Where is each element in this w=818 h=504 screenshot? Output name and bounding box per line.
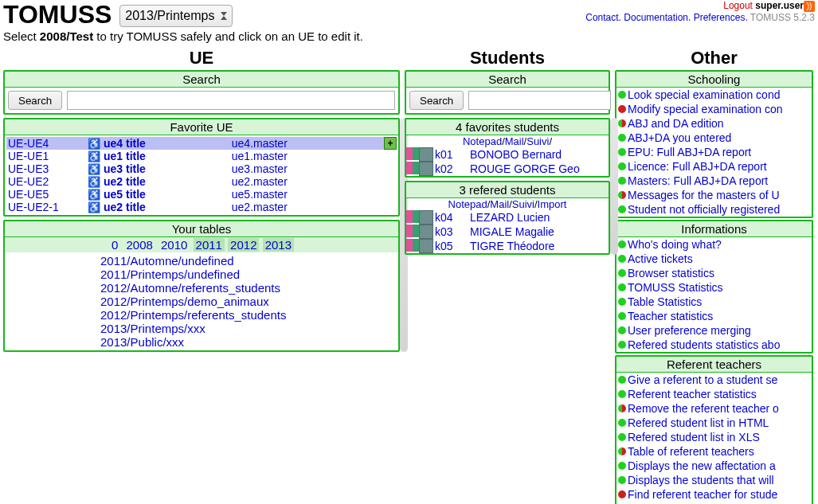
ue-master-link[interactable]: ue2.master [232, 175, 288, 188]
students-search-input[interactable] [468, 91, 611, 110]
student-row[interactable]: k02ROUGE GORGE Geo [406, 162, 609, 176]
rss-icon[interactable]: )) [804, 1, 815, 12]
documentation-link[interactable]: Documentation. [624, 12, 691, 23]
other-row[interactable]: Browser statistics [618, 266, 810, 280]
student-id-link[interactable]: k02 [435, 162, 470, 175]
year-link[interactable]: 2011 [194, 238, 225, 252]
other-row[interactable]: Look special examination cond [618, 88, 810, 102]
your-table-link[interactable]: 2013/Public/xxx [5, 335, 398, 349]
other-link[interactable]: Table of referent teachers [628, 445, 754, 458]
your-table-link[interactable]: 2012/Automne/referents_students [5, 281, 398, 295]
other-link[interactable]: Modify special examination con [628, 103, 783, 115]
ue-title-link[interactable]: ue2 title [104, 175, 146, 188]
favorite-ue-row[interactable]: UE-UE2-1♿ue2 titleue2.master [6, 201, 397, 213]
other-link[interactable]: Look special examination cond [628, 88, 780, 101]
ue-master-link[interactable]: ue2.master [232, 201, 288, 213]
student-id-link[interactable]: k01 [435, 148, 470, 161]
student-name-link[interactable]: TIGRE Théodore [470, 240, 609, 252]
ue-search-button[interactable]: Search [8, 91, 62, 110]
ue-code-link[interactable]: UE-UE2 [8, 175, 49, 188]
other-link[interactable]: Refered students statistics abo [628, 338, 780, 351]
favorite-ue-row[interactable]: UE-UE2♿ue2 titleue2.master [6, 175, 397, 188]
other-link[interactable]: ABJ and DA edition [628, 117, 724, 130]
other-link[interactable]: Who's doing what? [628, 238, 722, 251]
student-sublink[interactable]: Import [538, 198, 567, 210]
other-row[interactable]: Table of referent teachers [618, 444, 810, 459]
student-id-link[interactable]: k04 [435, 211, 470, 224]
student-sublink[interactable]: Mail [490, 198, 509, 210]
other-link[interactable]: Referent teacher statistics [628, 388, 757, 400]
other-link[interactable]: ABJ+DA you entered [628, 131, 731, 144]
other-row[interactable]: Refered students statistics abo [618, 338, 810, 352]
student-id-link[interactable]: k05 [435, 240, 470, 252]
ue-title-link[interactable]: ue3 title [104, 162, 146, 175]
student-id-link[interactable]: k03 [435, 225, 470, 238]
your-table-link[interactable]: 2011/Automne/undefined [5, 254, 398, 268]
semester-select[interactable]: 2013/Printemps [119, 5, 233, 27]
other-row[interactable]: User preference merging [618, 323, 810, 338]
other-row[interactable]: Refered student list in HTML [618, 416, 810, 430]
ue-search-input[interactable] [67, 91, 395, 110]
your-table-link[interactable]: 2012/Printemps/demo_animaux [5, 295, 398, 308]
ue-master-link[interactable]: ue5.master [232, 188, 288, 201]
ue-title-link[interactable]: ue4 title [104, 137, 146, 150]
year-link[interactable]: 2013 [263, 238, 294, 252]
other-link[interactable]: Displays the students that will [628, 474, 774, 486]
other-link[interactable]: Table Statistics [628, 295, 702, 308]
student-row[interactable]: k01BONOBO Bernard [406, 147, 609, 162]
other-link[interactable]: User preference merging [628, 324, 751, 337]
favorite-ue-row[interactable]: UE-UE4♿ue4 titleue4.master [6, 137, 397, 150]
student-row[interactable]: k05TIGRE Théodore [406, 239, 609, 253]
other-link[interactable]: Teacher statistics [628, 310, 713, 322]
other-row[interactable]: Modify special examination con [618, 102, 810, 116]
students-search-button[interactable]: Search [409, 91, 464, 110]
ue-title-link[interactable]: ue5 title [104, 188, 146, 201]
other-row[interactable]: Refered student list in XLS [618, 430, 810, 444]
other-row[interactable]: Displays the new affectation a [618, 459, 810, 473]
other-row[interactable]: Active tickets [618, 252, 810, 266]
student-sublink[interactable]: Notepad [448, 198, 487, 210]
year-link[interactable]: 0 [109, 238, 120, 252]
student-name-link[interactable]: BONOBO Bernard [470, 148, 609, 161]
ue-master-link[interactable]: ue4.master [232, 137, 288, 150]
other-link[interactable]: Find referent teacher for stude [628, 488, 777, 501]
your-table-link[interactable]: 2012/Printemps/referents_students [5, 308, 398, 322]
student-name-link[interactable]: ROUGE GORGE Geo [470, 162, 609, 175]
ue-code-link[interactable]: UE-UE3 [8, 162, 49, 175]
other-link[interactable]: Give a referent to a student se [628, 373, 777, 386]
other-row[interactable]: Table Statistics [618, 295, 810, 309]
ue-code-link[interactable]: UE-UE2-1 [8, 201, 59, 213]
other-link[interactable]: Browser statistics [628, 267, 714, 279]
ue-title-link[interactable]: ue2 title [104, 201, 146, 213]
ue-code-link[interactable]: UE-UE4 [8, 137, 49, 150]
other-row[interactable]: Masters: Full ABJ+DA report [618, 174, 810, 188]
other-row[interactable]: Find referent teacher for stude [618, 487, 810, 502]
other-row[interactable]: Licence: Full ABJ+DA report [618, 159, 810, 174]
other-link[interactable]: Messages for the masters of U [628, 189, 780, 201]
other-row[interactable]: Referent teacher statistics [618, 387, 810, 401]
student-sublink[interactable]: Suivi [512, 198, 534, 210]
your-table-link[interactable]: 2013/Printemps/xxx [5, 322, 398, 335]
other-link[interactable]: Student not officially registered [628, 203, 780, 216]
ue-title-link[interactable]: ue1 title [104, 150, 146, 162]
favorite-ue-row[interactable]: UE-UE1♿ue1 titleue1.master [6, 150, 397, 162]
add-favorite-icon[interactable]: + [384, 137, 397, 150]
student-name-link[interactable]: LEZARD Lucien [470, 211, 609, 224]
ue-master-link[interactable]: ue3.master [232, 162, 288, 175]
ue-code-link[interactable]: UE-UE1 [8, 150, 49, 162]
other-row[interactable]: Displays the students that will [618, 473, 810, 487]
student-sublink[interactable]: Notepad [463, 135, 502, 147]
other-link[interactable]: TOMUSS Statistics [628, 281, 723, 294]
other-link[interactable]: Active tickets [628, 252, 693, 265]
student-sublink[interactable]: Suivi [526, 135, 549, 147]
other-row[interactable]: Give a referent to a student se [618, 373, 810, 387]
logout-link[interactable]: Logout [723, 0, 753, 11]
student-row[interactable]: k03MIGALE Magalie [406, 225, 609, 239]
other-link[interactable]: Masters: Full ABJ+DA report [628, 174, 768, 187]
ue-master-link[interactable]: ue1.master [232, 150, 288, 162]
year-link[interactable]: 2008 [123, 238, 155, 252]
ue-code-link[interactable]: UE-UE5 [8, 188, 49, 201]
preferences-link[interactable]: Preferences. [694, 12, 748, 23]
other-row[interactable]: TOMUSS Statistics [618, 280, 810, 295]
other-row[interactable]: ABJ and DA edition [618, 116, 810, 131]
